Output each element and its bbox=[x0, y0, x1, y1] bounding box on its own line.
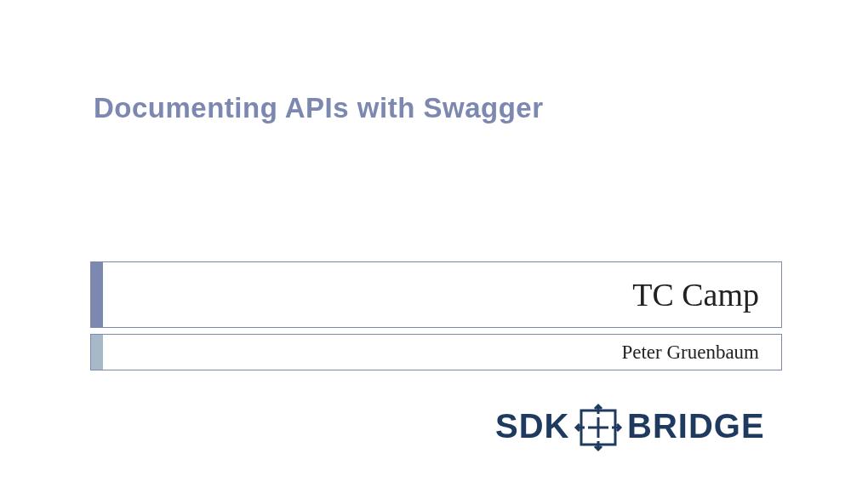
svg-text:BRIDGE: BRIDGE bbox=[627, 407, 765, 445]
subtitle-text: Peter Gruenbaum bbox=[103, 335, 781, 370]
subtitle-accent-bar bbox=[91, 335, 103, 370]
main-heading: TC Camp bbox=[103, 262, 781, 327]
svg-text:SDK: SDK bbox=[495, 407, 569, 445]
slide-title: Documenting APIs with Swagger bbox=[94, 92, 544, 124]
subtitle-box: Peter Gruenbaum bbox=[90, 334, 782, 370]
title-box: TC Camp bbox=[90, 261, 782, 328]
title-accent-bar bbox=[91, 262, 103, 327]
sdk-bridge-logo: SDK BRIDGE bbox=[495, 400, 785, 455]
